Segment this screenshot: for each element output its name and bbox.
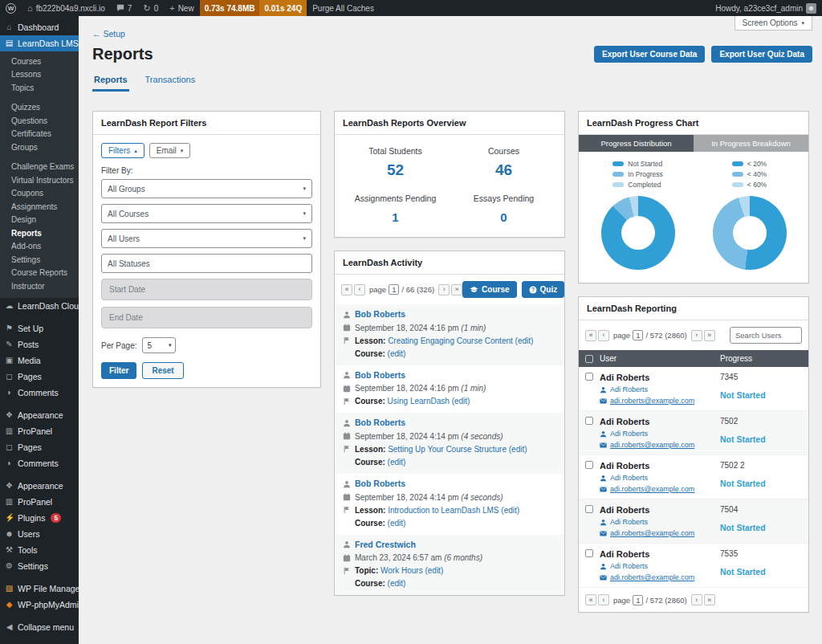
page-number-input[interactable]: 1: [633, 595, 643, 605]
first-page-button[interactable]: «: [585, 330, 596, 341]
sidebar-item-groups[interactable]: Groups: [0, 141, 79, 154]
sidebar-item-assignments[interactable]: Assignments: [0, 200, 79, 214]
sidebar-item-questions[interactable]: Questions: [0, 114, 79, 128]
sidebar-item-instructor[interactable]: Instructor: [0, 279, 79, 293]
first-page-button[interactable]: «: [585, 594, 596, 605]
row-checkbox[interactable]: [585, 417, 593, 425]
user-profile-link[interactable]: Adi Roberts: [610, 518, 648, 526]
sidebar-item-settings[interactable]: Settings: [0, 253, 79, 267]
groups-select[interactable]: All Groups ▾: [101, 179, 312, 198]
user-profile-link[interactable]: Adi Roberts: [610, 430, 648, 438]
sidebar-item-set-up[interactable]: ⚑Set Up: [0, 320, 79, 336]
page-number-input[interactable]: 1: [633, 330, 643, 340]
user-email-link[interactable]: adi.roberts@example.com: [610, 441, 694, 449]
page-number-input[interactable]: 1: [389, 284, 399, 295]
edit-link[interactable]: (edit): [501, 506, 519, 515]
select-all-checkbox[interactable]: [585, 355, 593, 363]
activity-user-link[interactable]: Fred Crestwich: [355, 540, 416, 551]
sidebar-item-wp-phpmyadmin[interactable]: ◆WP-phpMyAdmin: [0, 597, 79, 613]
edit-link[interactable]: (edit): [388, 458, 406, 467]
tab-reports[interactable]: Reports: [92, 71, 129, 92]
row-checkbox[interactable]: [585, 373, 593, 381]
export-user-quiz-data-button[interactable]: Export User Quiz Data: [711, 46, 812, 63]
sidebar-item-challenge-exams[interactable]: Challenge Exams: [0, 161, 79, 174]
sidebar-item-quizzes[interactable]: Quizzes: [0, 101, 79, 115]
prev-page-button[interactable]: ‹: [598, 330, 609, 341]
edit-link[interactable]: (edit): [515, 336, 534, 345]
sidebar-item-learndash-lms[interactable]: ▤ LearnDash LMS: [0, 35, 79, 51]
sidebar-item-media[interactable]: ▣Media: [0, 353, 79, 369]
sidebar-item-virtual-instructors[interactable]: Virtual Instructors: [0, 173, 79, 187]
new-content-menu[interactable]: + New: [164, 0, 199, 16]
activity-object-link[interactable]: Creating Engaging Course Content: [388, 336, 513, 345]
sidebar-item-reports[interactable]: Reports: [0, 226, 79, 240]
sidebar-item-comments[interactable]: ◗Comments: [0, 455, 79, 471]
comments-menu[interactable]: 7: [111, 0, 138, 16]
row-checkbox[interactable]: [585, 461, 593, 469]
sidebar-item-posts[interactable]: ✎Posts: [0, 336, 79, 353]
sidebar-item-appearance[interactable]: ❖Appearance: [0, 478, 79, 494]
user-profile-link[interactable]: Adi Roberts: [610, 474, 648, 482]
activity-object-link[interactable]: Using LearnDash: [388, 397, 450, 406]
wordpress-logo[interactable]: W: [0, 0, 22, 16]
sidebar-item-propanel[interactable]: ▥ProPanel: [0, 494, 79, 510]
activity-user-link[interactable]: Bob Roberts: [355, 418, 405, 429]
users-select[interactable]: All Users ▾: [101, 229, 312, 248]
user-profile-link[interactable]: Adi Roberts: [610, 385, 648, 393]
sidebar-item-settings[interactable]: ⚙Settings: [0, 558, 79, 574]
export-user-course-data-button[interactable]: Export User Course Data: [594, 46, 705, 63]
activity-user-link[interactable]: Bob Roberts: [355, 370, 405, 381]
sidebar-item-design[interactable]: Design: [0, 214, 79, 227]
next-page-button[interactable]: ›: [438, 284, 450, 296]
edit-link[interactable]: (edit): [388, 519, 406, 528]
last-page-button[interactable]: »: [451, 284, 462, 296]
sidebar-item-collapse-menu[interactable]: ◀Collapse menu: [0, 619, 79, 635]
sidebar-item-wp-file-manager[interactable]: ▨WP File Manager: [0, 581, 79, 597]
sidebar-item-lessons[interactable]: Lessons: [0, 68, 79, 82]
search-users-input[interactable]: [730, 327, 802, 344]
last-page-button[interactable]: »: [704, 594, 715, 605]
sidebar-item-pages[interactable]: ◻Pages: [0, 369, 79, 385]
sidebar-item-propanel[interactable]: ▥ProPanel: [0, 423, 79, 439]
setup-back-link[interactable]: ← Setup: [92, 29, 125, 39]
activity-user-link[interactable]: Bob Roberts: [355, 479, 405, 490]
sidebar-item-coupons[interactable]: Coupons: [0, 187, 79, 201]
sidebar-item-tools[interactable]: ⚒Tools: [0, 542, 79, 558]
edit-link[interactable]: (edit): [388, 579, 406, 588]
next-page-button[interactable]: ›: [691, 594, 702, 605]
sidebar-item-users[interactable]: ☻Users: [0, 526, 79, 542]
quiz-activity-button[interactable]: ? Quiz: [522, 281, 565, 298]
user-profile-link[interactable]: Adi Roberts: [610, 562, 648, 570]
purge-caches-button[interactable]: Purge All Caches: [307, 0, 380, 16]
tab-progress-distribution[interactable]: Progress Distribution: [579, 135, 694, 152]
sidebar-item-learndash-cloud[interactable]: ☁LearnDash Cloud: [0, 298, 79, 314]
sidebar-item-dashboard[interactable]: ⌂ Dashboard: [0, 19, 79, 35]
tab-transactions[interactable]: Transactions: [144, 71, 197, 92]
sidebar-item-courses[interactable]: Courses: [0, 55, 79, 68]
first-page-button[interactable]: «: [341, 284, 352, 296]
activity-object-link[interactable]: Setting Up Your Course Structure: [388, 445, 507, 454]
edit-link[interactable]: (edit): [425, 566, 443, 575]
sidebar-item-appearance[interactable]: ❖Appearance: [0, 407, 79, 423]
filters-toggle-button[interactable]: Filters ▴: [101, 143, 144, 158]
next-page-button[interactable]: ›: [691, 330, 702, 341]
reset-button[interactable]: Reset: [142, 362, 183, 379]
statuses-select[interactable]: All Statuses: [101, 254, 312, 273]
prev-page-button[interactable]: ‹: [598, 594, 609, 605]
account-menu[interactable]: Howdy, a23ce3cf_admin ☻: [710, 0, 822, 16]
edit-link[interactable]: (edit): [388, 349, 406, 358]
activity-user-link[interactable]: Bob Roberts: [355, 309, 405, 320]
site-name-menu[interactable]: ⌂ fb222b04a9.nxcli.io: [22, 0, 111, 16]
activity-object-link[interactable]: Introduction to LearnDash LMS: [388, 506, 498, 515]
tab-in-progress-breakdown[interactable]: In Progress Breakdown: [694, 135, 808, 152]
sidebar-item-comments[interactable]: ◗Comments: [0, 385, 79, 401]
filter-button[interactable]: Filter: [101, 362, 136, 379]
edit-link[interactable]: (edit): [452, 397, 470, 406]
sidebar-item-pages[interactable]: ◻Pages: [0, 439, 79, 455]
sidebar-item-certificates[interactable]: Certificates: [0, 128, 79, 141]
per-page-select[interactable]: 5 ▾: [142, 337, 176, 353]
sidebar-item-course-reports[interactable]: Course Reports: [0, 267, 79, 280]
sidebar-item-topics[interactable]: Topics: [0, 81, 79, 95]
edit-link[interactable]: (edit): [509, 445, 527, 454]
user-email-link[interactable]: adi.roberts@example.com: [610, 397, 694, 405]
